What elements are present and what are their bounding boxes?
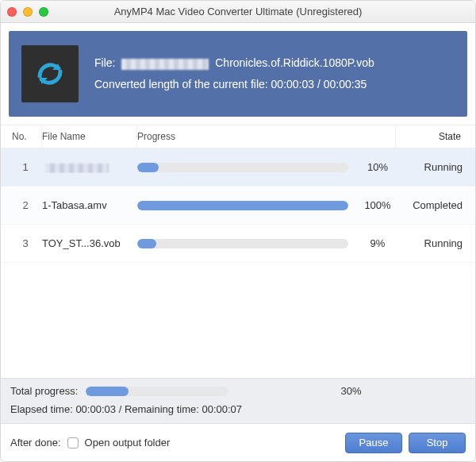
- zoom-icon[interactable]: [39, 7, 48, 17]
- file-name-obscured: [45, 164, 109, 173]
- progress-fill: [137, 239, 156, 248]
- table-header: No. File Name Progress State: [1, 125, 475, 148]
- col-file-name: File Name: [42, 131, 86, 142]
- converted-length-label: Converted length of the current file:: [94, 78, 268, 90]
- file-name-visible: Chronicles.of.Riddick.1080P.vob: [215, 56, 374, 69]
- after-done-label: After done:: [10, 437, 61, 449]
- row-progress: 10%: [137, 161, 396, 173]
- progress-bar: [137, 163, 348, 172]
- col-progress: Progress: [137, 131, 175, 142]
- progress-percent: 100%: [359, 199, 396, 211]
- col-state: State: [439, 131, 461, 142]
- progress-percent: 10%: [359, 161, 396, 173]
- elapsed-value: 00:00:03: [75, 403, 116, 415]
- row-file-name: 1-Tabasa.amv: [42, 199, 137, 211]
- table-row[interactable]: 3TOY_ST...36.vob9%Running: [1, 225, 475, 263]
- row-file-name: [42, 161, 137, 173]
- spacer: [1, 263, 475, 378]
- row-progress: 100%: [137, 199, 396, 211]
- remaining-label: Remaining time:: [125, 403, 199, 415]
- progress-fill: [137, 163, 159, 172]
- close-icon[interactable]: [7, 7, 17, 17]
- traffic-lights: [7, 7, 48, 17]
- remaining-value: 00:00:07: [202, 403, 242, 415]
- converted-length-total: 00:00:35: [324, 78, 367, 90]
- col-no: No.: [12, 131, 27, 142]
- converted-length-elapsed: 00:00:03: [271, 78, 315, 90]
- total-progress-fill: [86, 387, 129, 396]
- footer: After done: Open output folder Pause Sto…: [1, 423, 475, 461]
- progress-percent: 9%: [359, 237, 396, 249]
- pause-button[interactable]: Pause: [345, 433, 402, 453]
- minimize-icon[interactable]: [23, 7, 33, 17]
- progress-fill: [137, 201, 348, 210]
- converted-length-sep: /: [317, 78, 321, 90]
- window-title: AnyMP4 Mac Video Converter Ultimate (Unr…: [1, 6, 475, 17]
- row-no: 3: [9, 237, 42, 249]
- convert-icon: [21, 45, 79, 102]
- row-state: Running: [396, 237, 467, 249]
- totals-panel: Total progress: 30% Elapsed time: 00:00:…: [1, 378, 475, 423]
- file-label: File:: [94, 56, 115, 69]
- time-sep: /: [119, 403, 122, 415]
- row-file-name: TOY_ST...36.vob: [42, 237, 137, 249]
- open-output-folder-label: Open output folder: [85, 437, 171, 449]
- row-no: 2: [9, 199, 42, 211]
- banner-text: File: Chronicles.of.Riddick.1080P.vob Co…: [94, 52, 374, 94]
- progress-bar: [137, 239, 348, 248]
- table-row[interactable]: 21-Tabasa.amv100%Completed: [1, 187, 475, 225]
- table-row[interactable]: 110%Running: [1, 148, 475, 187]
- stop-button[interactable]: Stop: [409, 433, 466, 453]
- titlebar: AnyMP4 Mac Video Converter Ultimate (Unr…: [1, 1, 475, 23]
- file-name-obscured: [121, 59, 209, 70]
- row-state: Running: [396, 161, 467, 173]
- total-progress-label: Total progress:: [10, 385, 78, 397]
- conversion-banner: File: Chronicles.of.Riddick.1080P.vob Co…: [9, 31, 467, 117]
- row-progress: 9%: [137, 237, 396, 249]
- open-output-folder-checkbox[interactable]: [67, 437, 79, 449]
- time-info: Elapsed time: 00:00:03 / Remaining time:…: [10, 403, 466, 415]
- progress-bar: [137, 201, 348, 210]
- app-window: AnyMP4 Mac Video Converter Ultimate (Unr…: [0, 0, 476, 462]
- table-body: 110%Running21-Tabasa.amv100%Completed3TO…: [1, 148, 475, 263]
- total-progress-bar: [86, 387, 228, 396]
- row-state: Completed: [396, 199, 467, 211]
- elapsed-label: Elapsed time:: [10, 403, 73, 415]
- row-no: 1: [9, 161, 42, 173]
- total-progress-percent: 30%: [236, 385, 466, 397]
